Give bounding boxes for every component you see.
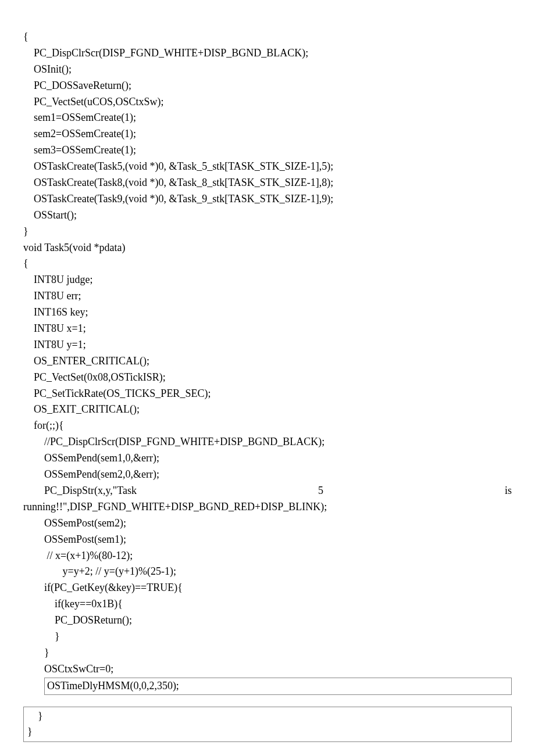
code-line: OSSemPost(sem1); [23,532,512,548]
code-line: if(PC_GetKey(&key)==TRUE){ [23,580,512,596]
code-line: y=y+2; // y=(y+1)%(25-1); [23,564,512,580]
code-fragment: 5 [318,483,323,499]
code-indent [23,678,44,695]
code-line: INT16S key; [23,304,512,321]
code-line: } [23,629,512,645]
code-line: } [23,224,512,240]
code-line: OSTaskCreate(Task9,(void *)0, &Task_9_st… [23,191,512,207]
code-line: OSInit(); [23,62,512,78]
code-line: OSSemPend(sem1,0,&err); [23,450,512,467]
code-line: INT8U x=1; [23,321,512,337]
code-line: INT8U err; [23,288,512,304]
code-line: OSStart(); [23,207,512,224]
boxed-code: OSTimeDlyHMSM(0,0,2,350); [44,678,512,695]
code-line: } [27,724,508,740]
code-line: OS_EXIT_CRITICAL(); [23,402,512,418]
code-line: OSCtxSwCtr=0; [23,661,512,678]
code-line: OSTaskCreate(Task5,(void *)0, &Task_5_st… [23,159,512,175]
code-line: OSSemPend(sem2,0,&err); [23,467,512,483]
code-line: PC_DispClrScr(DISP_FGND_WHITE+DISP_BGND_… [23,45,512,62]
code-line: } [23,645,512,661]
code-line: PC_DOSSaveReturn(); [23,78,512,94]
code-line-justified: PC_DispStr(x,y,"Task 5 is [23,483,512,499]
code-line: { [23,256,512,272]
code-line-boxed-inline: OSTimeDlyHMSM(0,0,2,350); [23,678,512,695]
code-line: PC_DOSReturn(); [23,612,512,629]
code-line: OSTaskCreate(Task8,(void *)0, &Task_8_st… [23,175,512,191]
boxed-text: OSTimeDlyHMSM(0,0,2,350); [47,680,179,691]
code-line: OSSemPost(sem2); [23,515,512,532]
code-line: for(;;){ [23,418,512,434]
code-fragment: PC_DispStr(x,y,"Task [23,483,137,499]
code-line: { [23,29,512,45]
boxed-code-block: } } [23,707,512,743]
code-line: PC_VectSet(uCOS,OSCtxSw); [23,94,512,110]
code-line: if(key==0x1B){ [23,596,512,612]
code-line: //PC_DispClrScr(DISP_FGND_WHITE+DISP_BGN… [23,434,512,450]
code-line: // x=(x+1)%(80-12); [23,548,512,564]
code-line: INT8U judge; [23,272,512,288]
code-line: running!!",DISP_FGND_WHITE+DISP_BGND_RED… [23,499,512,515]
code-line: PC_VectSet(0x08,OSTickISR); [23,370,512,386]
code-line: OS_ENTER_CRITICAL(); [23,353,512,370]
code-line: sem3=OSSemCreate(1); [23,142,512,159]
code-line: sem2=OSSemCreate(1); [23,126,512,142]
code-line: } [27,708,508,725]
code-line: void Task5(void *pdata) [23,240,512,256]
code-line: INT8U y=1; [23,337,512,353]
code-line: sem1=OSSemCreate(1); [23,110,512,126]
code-line: PC_SetTickRate(OS_TICKS_PER_SEC); [23,386,512,402]
code-fragment: is [505,483,512,499]
